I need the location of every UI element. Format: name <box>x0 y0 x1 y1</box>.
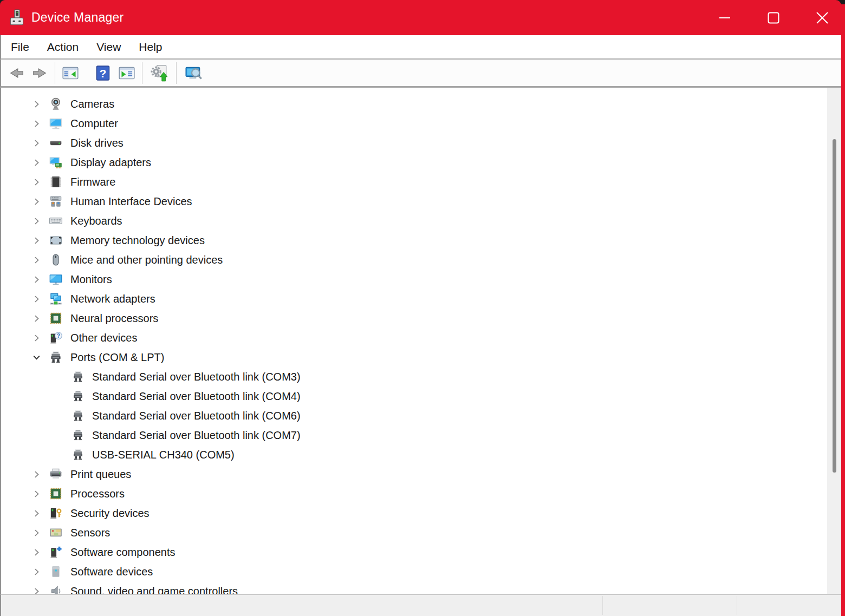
tree-item-mice[interactable]: Mice and other pointing devices <box>1 250 827 270</box>
tree-item-label: Mice and other pointing devices <box>70 254 223 266</box>
tree-item-label: Security devices <box>70 507 150 520</box>
chevron-right-icon[interactable] <box>32 528 41 537</box>
tree-item-print-queues[interactable]: Print queues <box>1 464 827 484</box>
chevron-right-icon[interactable] <box>32 119 41 128</box>
forward-button[interactable] <box>28 61 52 85</box>
chevron-down-icon[interactable] <box>32 353 41 362</box>
tree-item-label: Cameras <box>70 98 114 110</box>
chevron-right-icon[interactable] <box>32 197 41 206</box>
tree-item-com4[interactable]: Standard Serial over Bluetooth link (COM… <box>1 386 827 406</box>
tree-item-com3[interactable]: Standard Serial over Bluetooth link (COM… <box>1 367 827 386</box>
chevron-right-icon[interactable] <box>32 236 41 245</box>
window-right-border <box>841 4 845 616</box>
menu-view[interactable]: View <box>96 41 121 54</box>
chevron-right-icon[interactable] <box>32 587 41 594</box>
tree-item-sensors[interactable]: Sensors <box>1 523 827 542</box>
computer-icon <box>49 116 63 130</box>
chevron-right-icon[interactable] <box>32 489 41 498</box>
tree-item-label: Print queues <box>70 468 131 481</box>
tree-item-disk-drives[interactable]: Disk drives <box>1 133 827 153</box>
tree-item-processors[interactable]: Processors <box>1 484 827 503</box>
disk-icon <box>49 136 63 150</box>
tree-item-other-devices[interactable]: Other devices <box>1 328 827 348</box>
tree-item-label: Sensors <box>70 527 110 539</box>
chevron-right-icon[interactable] <box>32 294 41 303</box>
chevron-right-icon[interactable] <box>32 470 41 479</box>
processor-chip-icon <box>49 311 63 325</box>
help-button[interactable] <box>92 61 114 85</box>
software-device-icon <box>49 565 63 579</box>
tree-item-com5[interactable]: USB-SERIAL CH340 (COM5) <box>1 445 827 464</box>
tree-item-firmware[interactable]: Firmware <box>1 172 827 192</box>
properties-button[interactable] <box>114 61 139 85</box>
scan-hardware-changes-button[interactable] <box>179 61 209 85</box>
chevron-right-icon[interactable] <box>32 333 41 342</box>
chevron-right-icon[interactable] <box>32 314 41 323</box>
software-component-icon <box>49 545 63 559</box>
tree-item-network-adapters[interactable]: Network adapters <box>1 289 827 309</box>
tree-item-neural-processors[interactable]: Neural processors <box>1 309 827 328</box>
unknown-device-icon <box>49 331 63 345</box>
scan-hardware-icon <box>183 64 205 82</box>
tree-item-label: Monitors <box>70 273 112 286</box>
chevron-right-icon[interactable] <box>32 548 41 556</box>
tree-item-memory-technology-devices[interactable]: Memory technology devices <box>1 231 827 250</box>
tree-item-label: Standard Serial over Bluetooth link (COM… <box>92 429 301 442</box>
tree-item-cameras[interactable]: Cameras <box>1 94 827 114</box>
menu-file[interactable]: File <box>11 41 29 54</box>
tree-item-label: Ports (COM & LPT) <box>70 351 164 364</box>
menu-action[interactable]: Action <box>47 41 79 54</box>
menu-help[interactable]: Help <box>139 41 162 54</box>
mouse-icon <box>49 253 63 267</box>
window-controls <box>711 0 836 35</box>
tree-item-human-interface-devices[interactable]: Human Interface Devices <box>1 192 827 211</box>
show-console-tree-button[interactable] <box>58 61 83 85</box>
chevron-right-icon[interactable] <box>32 178 41 186</box>
tree-item-label: Standard Serial over Bluetooth link (COM… <box>92 371 301 383</box>
chevron-right-icon[interactable] <box>32 139 41 147</box>
device-tree-panel: Cameras Computer Disk drives Display ada… <box>0 88 841 594</box>
console-tree-icon <box>61 64 80 82</box>
close-button[interactable] <box>809 0 836 35</box>
properties-icon <box>117 64 136 82</box>
display-adapter-icon <box>49 155 63 169</box>
chevron-right-icon[interactable] <box>32 275 41 284</box>
tree-item-monitors[interactable]: Monitors <box>1 270 827 289</box>
printer-icon <box>49 467 63 481</box>
chevron-right-icon[interactable] <box>32 255 41 264</box>
chevron-right-icon[interactable] <box>32 509 41 517</box>
tree-item-computer[interactable]: Computer <box>1 114 827 133</box>
menubar: File Action View Help <box>0 35 841 60</box>
vertical-scrollbar[interactable] <box>827 88 841 594</box>
tree-item-label: USB-SERIAL CH340 (COM5) <box>92 449 235 461</box>
tree-item-label: Software components <box>70 546 175 559</box>
keyboard-icon <box>49 214 63 228</box>
titlebar[interactable]: Device Manager <box>0 0 841 35</box>
chevron-right-icon[interactable] <box>32 217 41 225</box>
tree-item-com6[interactable]: Standard Serial over Bluetooth link (COM… <box>1 406 827 425</box>
statusbar-divider <box>602 596 603 615</box>
statusbar <box>0 594 841 616</box>
device-tree: Cameras Computer Disk drives Display ada… <box>1 94 827 594</box>
tree-item-label: Software devices <box>70 566 153 578</box>
security-key-icon <box>49 506 63 520</box>
tree-item-software-devices[interactable]: Software devices <box>1 562 827 581</box>
tree-item-label: Processors <box>70 488 125 500</box>
tree-item-keyboards[interactable]: Keyboards <box>1 211 827 231</box>
tree-item-software-components[interactable]: Software components <box>1 542 827 562</box>
chevron-right-icon[interactable] <box>32 158 41 167</box>
tree-item-security-devices[interactable]: Security devices <box>1 503 827 523</box>
serial-port-icon <box>72 390 84 403</box>
chevron-right-icon[interactable] <box>32 100 41 108</box>
tree-item-ports[interactable]: Ports (COM & LPT) <box>1 348 827 367</box>
update-driver-button[interactable] <box>145 61 173 85</box>
scrollbar-thumb[interactable] <box>833 139 836 473</box>
help-icon <box>94 64 112 82</box>
maximize-button[interactable] <box>760 0 787 35</box>
tree-item-display-adapters[interactable]: Display adapters <box>1 153 827 172</box>
minimize-button[interactable] <box>711 0 738 35</box>
back-button[interactable] <box>4 61 28 85</box>
tree-item-com7[interactable]: Standard Serial over Bluetooth link (COM… <box>1 425 827 445</box>
chevron-right-icon[interactable] <box>32 567 41 576</box>
tree-item-sound-video-game[interactable]: Sound, video and game controllers <box>1 581 827 594</box>
